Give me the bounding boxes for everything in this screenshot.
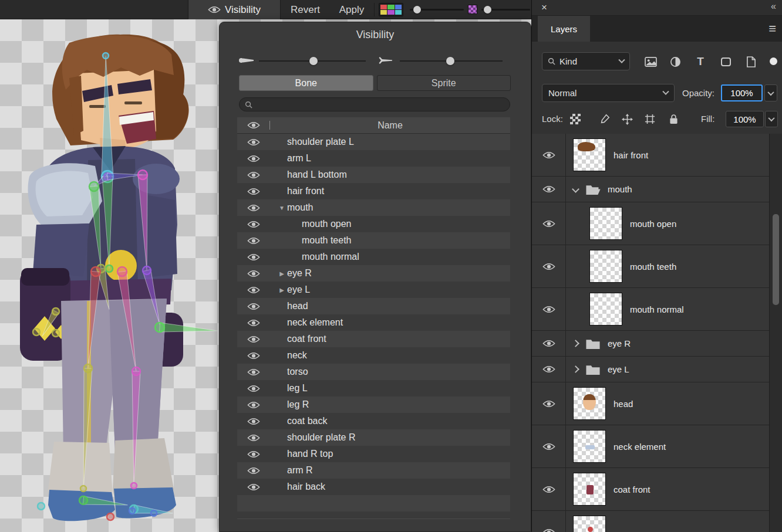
bone-color-palette-button[interactable]: [379, 3, 403, 16]
tab-layers[interactable]: Layers: [538, 16, 590, 42]
visibility-row[interactable]: hand R top: [237, 446, 510, 462]
visibility-row[interactable]: mouth open: [237, 216, 510, 232]
group-expand-toggle-icon[interactable]: [572, 365, 579, 373]
tab-sprite[interactable]: Sprite: [377, 75, 511, 91]
shape-layer-filter-icon[interactable]: [717, 53, 734, 70]
layer-row[interactable]: mouth: [532, 177, 769, 202]
mesh-opacity-slider[interactable]: [400, 54, 503, 68]
visibility-eye-toggle[interactable]: [237, 351, 269, 360]
close-icon[interactable]: ×: [541, 2, 547, 13]
layer-visibility-toggle[interactable]: [532, 382, 566, 425]
layer-visibility-toggle[interactable]: [532, 511, 566, 532]
bone-opacity-slider[interactable]: [259, 54, 366, 68]
adjustment-layer-filter-icon[interactable]: [666, 53, 684, 70]
visibility-search-box[interactable]: [239, 97, 510, 111]
visibility-eye-toggle[interactable]: [237, 171, 269, 179]
layer-visibility-toggle[interactable]: [532, 357, 566, 382]
visibility-row[interactable]: arm R: [237, 462, 510, 479]
layer-visibility-toggle[interactable]: [532, 425, 566, 467]
visibility-row[interactable]: ▼ mouth: [237, 199, 510, 216]
visibility-eye-toggle[interactable]: [237, 154, 269, 163]
visibility-eye-toggle[interactable]: [237, 483, 269, 492]
lock-all-padlock-icon[interactable]: [666, 112, 680, 126]
layer-row[interactable]: coat front: [532, 468, 769, 511]
lock-image-pixels-brush-icon[interactable]: [598, 112, 612, 126]
lock-position-move-icon[interactable]: [620, 112, 634, 126]
group-expand-toggle-icon[interactable]: [572, 340, 579, 347]
visibility-eye-toggle[interactable]: [237, 236, 269, 245]
visibility-eye-toggle[interactable]: [237, 318, 269, 327]
blend-mode-dropdown[interactable]: Normal: [542, 84, 675, 102]
lock-transparent-pixels-icon[interactable]: [568, 112, 582, 126]
slider-knob[interactable]: [446, 57, 454, 65]
group-expand-toggle-icon[interactable]: [572, 185, 579, 193]
layer-row[interactable]: eye L: [532, 357, 769, 382]
layer-row[interactable]: mouth normal: [532, 288, 769, 331]
visibility-toggle-button[interactable]: Visibility: [188, 0, 281, 19]
visibility-eye-toggle[interactable]: [237, 286, 269, 294]
layer-thumbnail[interactable]: [589, 293, 622, 326]
filter-toggle-light[interactable]: [770, 57, 777, 65]
visibility-row[interactable]: ▶ eye R: [237, 265, 510, 282]
layer-thumbnail[interactable]: [589, 207, 622, 240]
visibility-eye-toggle[interactable]: [237, 220, 269, 229]
toggle-all-visibility-button[interactable]: [237, 121, 269, 130]
layer-visibility-toggle[interactable]: [532, 245, 566, 287]
visibility-row[interactable]: shoulder plate R: [237, 429, 510, 446]
type-layer-filter-icon[interactable]: T: [692, 53, 709, 70]
visibility-row[interactable]: mouth normal: [237, 249, 510, 265]
layer-thumbnail[interactable]: [589, 250, 622, 283]
layer-visibility-toggle[interactable]: [532, 288, 566, 330]
visibility-row[interactable]: coat back: [237, 413, 510, 429]
pixel-layer-filter-icon[interactable]: [642, 53, 659, 70]
visibility-eye-toggle[interactable]: [237, 269, 269, 278]
layer-thumbnail[interactable]: [573, 430, 606, 463]
layers-scrollbar[interactable]: [769, 134, 782, 532]
layer-visibility-toggle[interactable]: [532, 468, 566, 510]
visibility-eye-toggle[interactable]: [237, 187, 269, 196]
visibility-eye-toggle[interactable]: [237, 466, 269, 475]
visibility-row[interactable]: leg L: [237, 380, 510, 397]
layer-visibility-toggle[interactable]: [532, 177, 566, 202]
visibility-row[interactable]: head: [237, 298, 510, 314]
slider-knob[interactable]: [413, 6, 421, 13]
layer-row[interactable]: [532, 511, 769, 532]
visibility-eye-toggle[interactable]: [237, 335, 269, 344]
fill-dropdown-button[interactable]: [765, 111, 778, 127]
visibility-row[interactable]: coat front: [237, 331, 510, 347]
visibility-row[interactable]: hand L bottom: [237, 167, 510, 183]
smart-object-filter-icon[interactable]: [742, 53, 760, 70]
layer-visibility-toggle[interactable]: [532, 134, 566, 176]
visibility-eye-toggle[interactable]: [237, 253, 269, 262]
expand-toggle-icon[interactable]: ▶: [277, 287, 287, 293]
layer-visibility-toggle[interactable]: [532, 202, 566, 245]
kind-filter-dropdown[interactable]: Kind: [542, 52, 630, 70]
layer-visibility-toggle[interactable]: [532, 331, 566, 356]
visibility-row[interactable]: shoulder plate L: [237, 134, 510, 150]
revert-button[interactable]: Revert: [283, 0, 328, 19]
layer-row[interactable]: neck element: [532, 425, 769, 468]
visibility-row[interactable]: leg R: [237, 397, 510, 413]
layer-row[interactable]: eye R: [532, 331, 769, 357]
visibility-eye-toggle[interactable]: [237, 401, 269, 409]
visibility-eye-toggle[interactable]: [237, 368, 269, 377]
layer-thumbnail[interactable]: [573, 387, 606, 420]
visibility-row[interactable]: torso: [237, 364, 510, 380]
collapse-panel-icon[interactable]: «: [771, 1, 775, 12]
visibility-eye-toggle[interactable]: [237, 384, 269, 393]
visibility-eye-toggle[interactable]: [237, 138, 269, 147]
tab-bone[interactable]: Bone: [239, 75, 373, 91]
visibility-eye-toggle[interactable]: [237, 204, 269, 212]
visibility-eye-toggle[interactable]: [237, 417, 269, 426]
layer-row[interactable]: mouth teeth: [532, 245, 769, 288]
slider-knob[interactable]: [309, 57, 318, 65]
opacity-dropdown-button[interactable]: [764, 84, 777, 101]
opacity-value-field[interactable]: 100%: [721, 84, 763, 101]
visibility-row[interactable]: neck element: [237, 314, 510, 331]
visibility-eye-toggle[interactable]: [237, 450, 269, 459]
panel-menu-icon[interactable]: ≡: [768, 22, 776, 36]
visibility-eye-toggle[interactable]: [237, 433, 269, 442]
layer-row[interactable]: head: [532, 382, 769, 425]
sprite-opacity-slider[interactable]: [481, 0, 530, 19]
bone-opacity-slider[interactable]: [410, 0, 464, 19]
